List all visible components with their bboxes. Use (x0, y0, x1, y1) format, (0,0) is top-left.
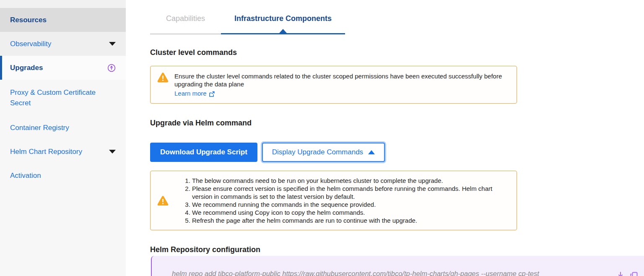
display-upgrade-commands-label: Display Upgrade Commands (272, 148, 363, 156)
download-icon[interactable] (616, 271, 625, 276)
chevron-down-icon (109, 42, 116, 46)
instruction-item: The below commands need to be run on you… (192, 177, 510, 185)
warning-triangle-icon (157, 72, 169, 83)
helm-command-panel: helm repo add tibco-platform-public http… (151, 256, 644, 276)
learn-more-label: Learn more (174, 89, 207, 97)
helm-repository-configuration-heading: Helm Repository configuration (150, 245, 644, 254)
instruction-item: We recommend using Copy icon to copy the… (192, 208, 510, 216)
tab-label: Infrastructure Components (234, 14, 332, 23)
tab-label: Capabilities (166, 14, 205, 23)
upgrade-instructions-list: The below commands need to be run on you… (192, 177, 510, 224)
sidebar-item-label: Container Registry (10, 124, 116, 132)
upgrade-circle-arrow-icon (107, 64, 116, 72)
chevron-down-icon (109, 150, 116, 154)
sidebar-item-label: Observability (10, 40, 106, 48)
warning-triangle-icon (157, 195, 169, 206)
cluster-level-commands-heading: Cluster level commands (150, 48, 644, 57)
instruction-item: Please ensure correct version is specifi… (192, 185, 510, 200)
sidebar-item-observability[interactable]: Observability (0, 32, 126, 56)
sidebar-item-helm-chart-repository[interactable]: Helm Chart Repository (0, 140, 126, 164)
sidebar-top-strip (0, 0, 126, 8)
external-link-icon (209, 91, 215, 96)
sidebar-item-label: Proxy & Custom Certificate Secret (10, 87, 116, 108)
copy-icon[interactable] (630, 271, 638, 276)
sidebar-item-resources[interactable]: Resources (0, 8, 126, 32)
sidebar-item-activation[interactable]: Activation (0, 164, 126, 187)
download-upgrade-script-button[interactable]: Download Upgrade Script (150, 143, 257, 162)
helm-command-text: helm repo add tibco-platform-public http… (172, 270, 539, 276)
cluster-warning-text: Ensure the cluster level commands relate… (174, 73, 502, 88)
helm-command-actions (616, 271, 638, 276)
tab-infrastructure-components[interactable]: Infrastructure Components (221, 14, 345, 34)
sidebar: Resources Observability Upgrades Proxy &… (0, 0, 126, 276)
learn-more-link[interactable]: Learn more (174, 89, 215, 97)
upgrade-instructions-alert: The below commands need to be run on you… (150, 171, 517, 230)
active-tab-caret (279, 29, 287, 33)
sidebar-item-label: Activation (10, 172, 116, 180)
sidebar-item-label: Upgrades (10, 64, 107, 72)
upgrade-via-helm-heading: Upgrade via Helm command (150, 119, 644, 128)
main-content: Capabilities Infrastructure Components C… (126, 0, 644, 276)
upgrade-actions: Download Upgrade Script Display Upgrade … (150, 143, 644, 162)
sidebar-item-container-registry[interactable]: Container Registry (0, 116, 126, 140)
sidebar-item-label: Resources (10, 16, 116, 24)
instruction-item: Refresh the page after the helm commands… (192, 216, 510, 224)
triangle-up-icon (368, 150, 375, 154)
tab-bar: Capabilities Infrastructure Components (150, 14, 644, 34)
sidebar-item-proxy-custom-certificate-secret[interactable]: Proxy & Custom Certificate Secret (0, 80, 126, 116)
tab-capabilities[interactable]: Capabilities (150, 14, 221, 34)
sidebar-item-label: Helm Chart Repository (10, 148, 106, 156)
display-upgrade-commands-button[interactable]: Display Upgrade Commands (262, 143, 385, 162)
instruction-item: We recommend running the commands in the… (192, 200, 510, 208)
sidebar-item-upgrades[interactable]: Upgrades (0, 56, 126, 80)
cluster-warning-alert: Ensure the cluster level commands relate… (150, 66, 517, 104)
